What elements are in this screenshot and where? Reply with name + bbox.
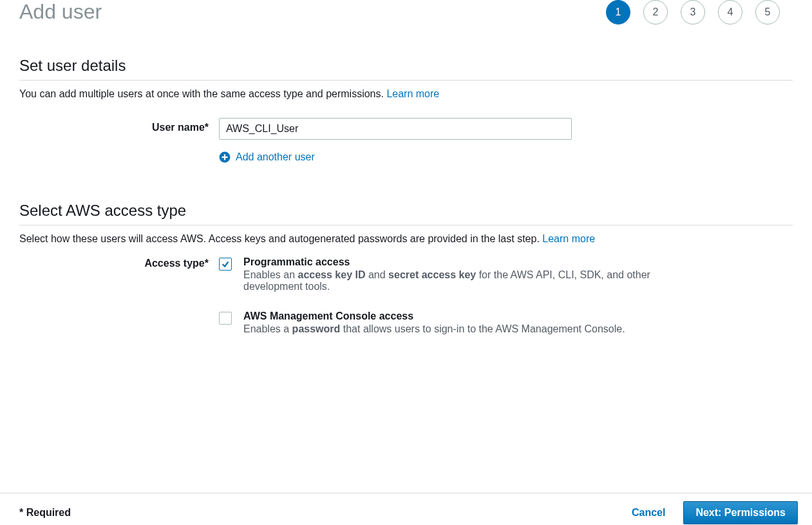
option-title: AWS Management Console access <box>243 310 625 322</box>
divider <box>19 225 793 225</box>
wizard-step-4[interactable]: 4 <box>718 0 742 24</box>
section-title-user-details: Set user details <box>19 24 793 75</box>
wizard-step-1[interactable]: 1 <box>606 0 630 24</box>
username-row: User name* Add another user <box>19 118 793 163</box>
desc-bold: password <box>292 323 341 334</box>
wizard-step-5[interactable]: 5 <box>755 0 780 24</box>
option-desc: Enables a password that allows users to … <box>243 323 625 335</box>
cancel-button[interactable]: Cancel <box>632 507 665 519</box>
desc-part: Enables a <box>243 323 292 334</box>
page-content: Add user 1 2 3 4 5 Set user details You … <box>0 0 812 335</box>
next-permissions-button[interactable]: Next: Permissions <box>683 501 798 524</box>
section-desc-text: You can add multiple users at once with … <box>19 88 386 99</box>
access-type-options: Programmatic access Enables an access ke… <box>219 256 793 335</box>
desc-part: Enables an <box>243 269 298 280</box>
checkbox-text: Programmatic access Enables an access ke… <box>243 256 694 292</box>
access-type-option-console: AWS Management Console access Enables a … <box>219 310 793 335</box>
header-row: Add user 1 2 3 4 5 <box>19 0 793 24</box>
desc-bold: access key ID <box>298 269 366 280</box>
checkbox-console-access[interactable] <box>219 312 232 325</box>
checkbox-programmatic-access[interactable] <box>219 258 232 271</box>
section-title-access-type: Select AWS access type <box>19 163 793 220</box>
learn-more-link-user-details[interactable]: Learn more <box>386 88 439 99</box>
footer-bar: * Required Cancel Next: Permissions <box>0 493 812 525</box>
desc-part: that allows users to sign-in to the AWS … <box>340 323 625 334</box>
wizard-step-2[interactable]: 2 <box>643 0 668 24</box>
divider <box>19 80 793 81</box>
page-title: Add user <box>19 1 102 23</box>
desc-part: and <box>366 269 389 280</box>
required-note: * Required <box>19 507 71 519</box>
option-desc: Enables an access key ID and secret acce… <box>243 269 694 292</box>
footer-actions: Cancel Next: Permissions <box>632 501 798 524</box>
add-another-user-label: Add another user <box>236 151 315 163</box>
wizard-steps: 1 2 3 4 5 <box>606 0 793 24</box>
desc-bold: secret access key <box>388 269 476 280</box>
username-label: User name* <box>19 118 219 133</box>
username-input[interactable] <box>219 118 572 140</box>
svg-rect-2 <box>222 157 228 158</box>
access-type-label: Access type* <box>19 256 219 269</box>
section-desc-access-type: Select how these users will access AWS. … <box>19 233 793 245</box>
section-desc-access-text: Select how these users will access AWS. … <box>19 233 542 244</box>
option-title: Programmatic access <box>243 256 694 268</box>
wizard-step-3[interactable]: 3 <box>681 0 705 24</box>
add-another-user-button[interactable]: Add another user <box>219 151 793 163</box>
username-control-col: Add another user <box>219 118 793 163</box>
access-type-row: Access type* Programmatic access Enables… <box>19 256 793 335</box>
plus-circle-icon <box>219 151 231 163</box>
section-desc-user-details: You can add multiple users at once with … <box>19 88 793 100</box>
learn-more-link-access-type[interactable]: Learn more <box>542 233 595 244</box>
checkbox-text: AWS Management Console access Enables a … <box>243 310 625 335</box>
access-type-option-programmatic: Programmatic access Enables an access ke… <box>219 256 793 292</box>
